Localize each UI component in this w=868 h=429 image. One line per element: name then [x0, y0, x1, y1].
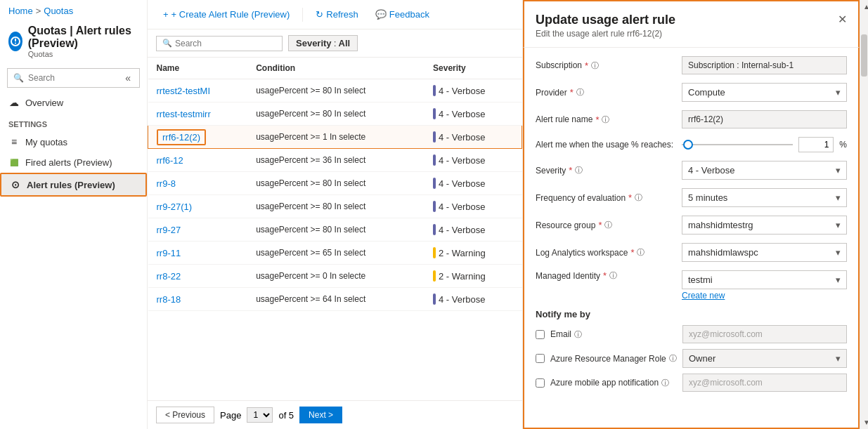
checkbox-mobile[interactable] — [536, 378, 545, 388]
table-row[interactable]: rr9-11usagePercent >= 65 In select2 - Wa… — [148, 242, 522, 265]
refresh-button[interactable]: ↻ Refresh — [309, 6, 365, 23]
col-name: Name — [148, 58, 248, 79]
info-icon-notify-arm-role[interactable]: ⓘ — [669, 353, 677, 364]
notify-row-mobile: Azure mobile app notification ⓘxyz@micro… — [536, 374, 847, 392]
dropdown-frequency[interactable]: 5 minutes▾ — [682, 188, 847, 207]
feedback-button[interactable]: 💬 Feedback — [368, 6, 436, 23]
cell-name: rrf6-12 — [148, 149, 248, 172]
breadcrumb-quotas[interactable]: Quotas — [44, 6, 73, 16]
scroll-up-arrow[interactable]: ▲ — [860, 0, 868, 13]
info-icon-notify-email[interactable]: ⓘ — [574, 329, 582, 340]
cell-condition: usagePercent >= 80 In select — [247, 79, 425, 103]
severity-dot — [433, 247, 436, 258]
info-icon-notify-mobile[interactable]: ⓘ — [661, 378, 669, 388]
table-row[interactable]: rrf6-12usagePercent >= 36 In select4 - V… — [148, 149, 522, 172]
row-name-link[interactable]: rr9-11 — [157, 248, 181, 258]
create-alert-rule-button[interactable]: + + Create Alert Rule (Preview) — [156, 6, 297, 23]
row-name-link[interactable]: rr9-27(1) — [157, 202, 193, 212]
prev-button[interactable]: < Previous — [156, 407, 214, 423]
checkbox-arm-role[interactable] — [536, 354, 545, 363]
right-scrollbar[interactable]: ▲ ▼ — [860, 0, 868, 429]
dropdown-resource-group[interactable]: mahshidmtestrg▾ — [682, 216, 847, 235]
form-row-subscription: Subscription * ⓘSubscription : Internal-… — [536, 56, 847, 74]
sidebar-search-icon: 🔍 — [13, 73, 24, 83]
row-name-link[interactable]: rr8-22 — [157, 271, 181, 282]
severity-dot — [433, 178, 436, 189]
table-row[interactable]: rr8-18usagePercent >= 64 In select4 - Ve… — [148, 288, 522, 311]
sidebar-item-overview[interactable]: ☁ Overview — [0, 92, 147, 113]
table-row[interactable]: rr9-8usagePercent >= 80 In select4 - Ver… — [148, 172, 522, 195]
info-icon-severity[interactable]: ⓘ — [575, 165, 583, 176]
notify-row-email: Email ⓘxyz@microsoft.com — [536, 325, 847, 343]
create-icon: + — [163, 9, 169, 20]
table-row[interactable]: rr9-27usagePercent >= 80 In select4 - Ve… — [148, 218, 522, 242]
dropdown-provider[interactable]: Compute▾ — [682, 83, 847, 102]
notify-dd-val-arm-role: Owner — [689, 353, 715, 364]
severity-filter-label: Severity — [296, 38, 332, 48]
row-name-link[interactable]: rr9-8 — [157, 178, 176, 189]
overview-label: Overview — [25, 98, 63, 108]
info-icon-resource-group[interactable]: ⓘ — [604, 220, 612, 230]
create-new-link[interactable]: Create new — [682, 291, 847, 301]
slider-value-input[interactable] — [798, 137, 834, 152]
feedback-label: Feedback — [389, 9, 429, 20]
notify-label-arm-role: Azure Resource Manager Role ⓘ — [550, 353, 677, 364]
row-name-selected[interactable]: rrf6-12(2) — [157, 129, 206, 145]
row-name-link[interactable]: rrtest-testmirr — [157, 109, 211, 119]
info-icon-log-analytics[interactable]: ⓘ — [637, 247, 644, 258]
sidebar-item-my-quotas[interactable]: ≡ My quotas — [0, 131, 147, 152]
dropdown-managed-identity[interactable]: testmi▾ — [682, 270, 847, 289]
notify-dropdown-arm-role[interactable]: Owner▾ — [682, 349, 847, 368]
dropdown-log-analytics[interactable]: mahshidmlawspc▾ — [682, 243, 847, 262]
filter-bar: 🔍 Severity : All — [148, 29, 522, 58]
severity-dot — [433, 293, 436, 305]
scroll-thumb[interactable] — [861, 34, 867, 77]
next-button[interactable]: Next > — [299, 407, 342, 423]
table-row[interactable]: rr8-22usagePercent >= 0 In selecte2 - Wa… — [148, 265, 522, 288]
info-icon-frequency[interactable]: ⓘ — [635, 192, 642, 203]
breadcrumb: Home > Quotas — [0, 0, 147, 22]
row-name-link[interactable]: rrtest2-testMI — [157, 86, 211, 96]
dropdown-arrow-frequency: ▾ — [836, 192, 841, 203]
quotas-icon — [8, 32, 22, 51]
feedback-icon: 💬 — [375, 9, 387, 20]
sidebar-item-fired-alerts[interactable]: 🟩 Fired alerts (Preview) — [0, 152, 147, 173]
sidebar-item-alert-rules[interactable]: ⊙ Alert rules (Preview) — [0, 173, 147, 197]
cell-severity: 4 - Verbose — [425, 172, 522, 195]
severity-filter[interactable]: Severity : All — [288, 35, 358, 51]
row-name-link[interactable]: rrf6-12 — [157, 155, 183, 166]
row-name-link[interactable]: rr9-27 — [157, 225, 181, 235]
checkbox-email[interactable] — [536, 330, 545, 339]
row-name-link[interactable]: rr8-18 — [157, 294, 181, 305]
slider-track[interactable] — [682, 144, 793, 145]
panel-close-button[interactable]: ✕ — [838, 13, 847, 26]
scroll-down-arrow[interactable]: ▼ — [860, 416, 868, 429]
page-select[interactable]: 12345 — [247, 407, 273, 423]
overview-icon: ☁ — [8, 97, 20, 108]
sidebar-search-input[interactable] — [28, 73, 118, 83]
severity-label: 2 - Warning — [439, 248, 486, 258]
info-icon-provider[interactable]: ⓘ — [576, 87, 584, 98]
slider-thumb[interactable] — [683, 140, 693, 150]
page-subtitle: Quotas — [28, 50, 138, 58]
sidebar-search-box[interactable]: 🔍 « — [7, 68, 140, 88]
slider-container: % — [682, 137, 847, 152]
table-row[interactable]: rr9-27(1)usagePercent >= 80 In select4 -… — [148, 195, 522, 218]
table-row[interactable]: rrtest2-testMIusagePercent >= 80 In sele… — [148, 79, 522, 103]
table-row[interactable]: rrtest-testmirrusagePercent >= 80 In sel… — [148, 103, 522, 126]
collapse-button[interactable]: « — [122, 71, 134, 85]
info-icon-managed-identity[interactable]: ⓘ — [609, 270, 617, 281]
notify-input-email[interactable]: xyz@microsoft.com — [682, 325, 847, 343]
filter-search-box[interactable]: 🔍 — [156, 36, 283, 51]
dropdown-arrow-severity: ▾ — [836, 165, 841, 176]
filter-search-input[interactable] — [175, 39, 276, 48]
notify-input-mobile[interactable]: xyz@microsoft.com — [682, 374, 847, 392]
info-icon-alert-rule-name[interactable]: ⓘ — [602, 114, 609, 125]
table-row[interactable]: rrf6-12(2)usagePercent >= 1 In selecte4 … — [148, 126, 522, 149]
dropdown-value-provider: Compute — [688, 87, 725, 98]
info-icon-subscription[interactable]: ⓘ — [591, 60, 599, 71]
right-panel: Update usage alert rule Edit the usage a… — [522, 0, 860, 429]
col-severity: Severity — [425, 58, 522, 79]
breadcrumb-home[interactable]: Home — [8, 6, 33, 16]
dropdown-severity[interactable]: 4 - Verbose▾ — [682, 161, 847, 180]
